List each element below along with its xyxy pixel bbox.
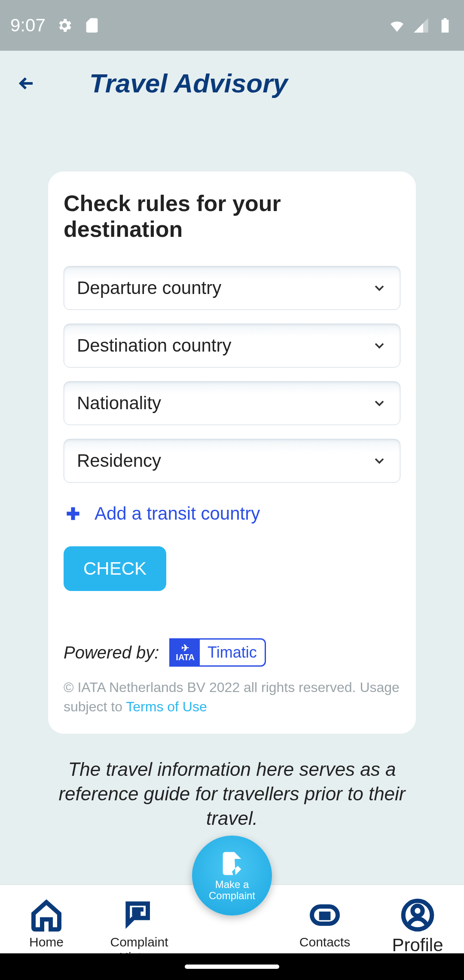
app-header: Travel Advisory — [0, 51, 464, 111]
powered-by-label: Powered by: — [64, 643, 159, 662]
gear-icon — [56, 17, 73, 34]
timatic-badge: ✈ IATA Timatic — [169, 638, 266, 667]
signal-icon — [412, 17, 430, 34]
wifi-icon — [388, 17, 406, 34]
copyright-line: © IATA Netherlands BV 2022 all rights re… — [64, 680, 400, 714]
make-complaint-fab[interactable]: Make a Complaint — [192, 836, 272, 916]
add-transit-label: Add a transit country — [95, 503, 260, 524]
home-icon — [29, 898, 64, 932]
system-home-pill[interactable] — [185, 965, 279, 969]
plus-icon — [64, 504, 82, 523]
nav-contacts[interactable]: Contacts — [278, 898, 371, 950]
dropdown-label: Nationality — [77, 393, 161, 413]
chevron-down-icon — [372, 338, 387, 353]
system-navigation-bar — [0, 953, 464, 980]
profile-icon — [400, 898, 435, 932]
powered-by-row: Powered by: ✈ IATA Timatic — [64, 638, 400, 667]
rules-card: Check rules for your destination Departu… — [48, 172, 416, 734]
departure-country-select[interactable]: Departure country — [64, 266, 400, 310]
card-title: Check rules for your destination — [64, 190, 400, 242]
arrow-left-icon — [16, 73, 37, 94]
nav-label: Home — [29, 935, 64, 950]
dropdown-label: Destination country — [77, 335, 232, 356]
nationality-select[interactable]: Nationality — [64, 381, 400, 425]
battery-icon — [437, 17, 454, 34]
page-title: Travel Advisory — [89, 68, 288, 98]
nav-label: Profile — [392, 935, 443, 956]
chevron-down-icon — [372, 395, 387, 411]
copyright-text: © IATA Netherlands BV 2022 all rights re… — [64, 678, 400, 717]
check-button[interactable]: CHECK — [64, 546, 166, 591]
dropdown-label: Departure country — [77, 278, 221, 298]
back-button[interactable] — [15, 72, 38, 95]
dropdown-label: Residency — [77, 450, 161, 471]
status-bar: 9:07 — [0, 0, 464, 51]
iata-text: IATA — [176, 653, 195, 662]
nav-profile[interactable]: Profile — [371, 898, 464, 956]
chat-history-icon — [122, 898, 156, 932]
nav-home[interactable]: Home — [0, 898, 93, 950]
residency-select[interactable]: Residency — [64, 439, 400, 483]
chevron-down-icon — [372, 453, 387, 469]
status-time: 9:07 — [10, 15, 46, 36]
fab-label: Make a Complaint — [209, 879, 255, 902]
sd-card-icon — [83, 17, 101, 34]
add-transit-country-button[interactable]: Add a transit country — [64, 503, 400, 524]
terms-of-use-link[interactable]: Terms of Use — [126, 699, 207, 714]
contacts-icon — [308, 898, 342, 932]
document-edit-icon — [218, 850, 246, 877]
iata-logo: ✈ IATA — [171, 640, 200, 665]
timatic-name: Timatic — [200, 643, 265, 662]
destination-country-select[interactable]: Destination country — [64, 324, 400, 368]
disclaimer-text: The travel information here serves as a … — [32, 757, 432, 831]
nav-label: Contacts — [299, 935, 350, 950]
chevron-down-icon — [372, 280, 387, 296]
svg-point-2 — [412, 906, 422, 916]
